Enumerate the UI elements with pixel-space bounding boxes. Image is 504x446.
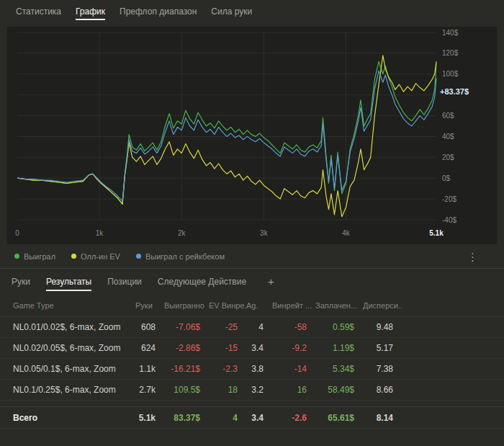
value-cell: -58 <box>272 322 315 332</box>
legend-label-won: Выиграл <box>24 252 55 261</box>
column-header-0: Game Type <box>13 301 135 310</box>
allin-ev-dot-icon <box>71 254 76 259</box>
value-cell: 16 <box>272 385 315 395</box>
legend-label-won-rakeback: Выиграл с рейкбеком <box>145 252 225 261</box>
bottom-tabs: РукиРезультатыПозицииСледующее Действие+ <box>0 268 504 294</box>
value-cell: -14 <box>272 364 315 374</box>
app-root: СтатистикаГрафикПрефлоп диапазонСила рук… <box>0 0 504 446</box>
game-type-cell: Всего <box>13 413 135 423</box>
value-cell: 83.37$ <box>164 413 209 423</box>
table-row[interactable]: NL0.01/0.02$, 6-max, Zoom608-7.06$-254-5… <box>0 317 504 338</box>
column-header-6: Заплачен... <box>315 301 363 310</box>
chart-panel: 140$120$100$60$40$20$0$-20$-40$01k2k3k4k… <box>7 27 497 244</box>
value-cell: 7.38 <box>363 364 402 374</box>
table-row[interactable]: NL0.02/0.05$, 6-max, Zoom624-2.86$-153.4… <box>0 338 504 359</box>
add-tab-button[interactable]: + <box>268 275 274 287</box>
x-axis-label: 2k <box>178 229 186 237</box>
x-axis-label: 0 <box>15 229 19 237</box>
value-cell: 3.4 <box>246 343 272 353</box>
profit-chart-svg[interactable]: 140$120$100$60$40$20$0$-20$-40$01k2k3k4k… <box>7 27 497 244</box>
chart-legend: ВыигралОлл-ин EVВыиграл с рейкбеком⋮ <box>0 244 504 268</box>
value-cell: 608 <box>135 322 164 332</box>
table-row[interactable]: NL0.1/0.25$, 6-max, Zoom2.7k109.5$183.21… <box>0 380 504 401</box>
y-axis-label: 120$ <box>442 49 459 57</box>
value-cell: 0.59$ <box>315 322 363 332</box>
column-header-3: EV Винре... <box>209 301 246 310</box>
y-axis-label: 0$ <box>442 174 451 182</box>
y-axis-label: 100$ <box>442 70 459 78</box>
value-cell: -2.86$ <box>164 343 209 353</box>
column-header-7: Дисперси... <box>363 301 402 310</box>
results-table-body: NL0.01/0.02$, 6-max, Zoom608-7.06$-254-5… <box>0 317 504 429</box>
current-value-badge: +83.37$ <box>440 87 469 96</box>
value-cell: 4 <box>246 322 272 332</box>
value-cell: 3.4 <box>246 413 272 423</box>
results-table-header: Game TypeРукиВыигранноEV Винре...Ag.Винр… <box>0 294 504 317</box>
value-cell: -9.2 <box>272 343 315 353</box>
top-nav-item-preflop-range[interactable]: Префлоп диапазон <box>120 0 197 23</box>
table-row[interactable]: NL0.05/0.1$, 6-max, Zoom1.1k-16.21$-2.33… <box>0 359 504 380</box>
y-axis-label: 140$ <box>442 29 459 37</box>
top-nav-item-statistics[interactable]: Статистика <box>16 0 61 23</box>
game-type-cell: NL0.01/0.02$, 6-max, Zoom <box>13 322 135 332</box>
y-axis-label: 20$ <box>442 153 454 161</box>
value-cell: -2.3 <box>209 364 246 374</box>
tab-next-action[interactable]: Следующее Действие <box>158 269 246 295</box>
legend-item-won-rakeback[interactable]: Выиграл с рейкбеком <box>136 252 225 261</box>
x-axis-label: 4k <box>342 229 351 237</box>
value-cell: 5.34$ <box>315 364 363 374</box>
more-options-icon[interactable]: ⋮ <box>467 251 478 262</box>
legend-item-won[interactable]: Выиграл <box>14 252 55 261</box>
value-cell: 65.61$ <box>315 413 363 423</box>
value-cell: 3.2 <box>246 385 272 395</box>
total-row[interactable]: Всего5.1k83.37$43.4-2.665.61$8.14 <box>0 406 504 429</box>
top-nav-item-hand-strength[interactable]: Сила руки <box>211 0 252 23</box>
value-cell: 5.1k <box>135 413 164 423</box>
value-cell: -2.6 <box>272 413 315 423</box>
value-cell: 58.49$ <box>315 385 363 395</box>
game-type-cell: NL0.05/0.1$, 6-max, Zoom <box>13 364 135 374</box>
value-cell: 8.14 <box>363 413 402 423</box>
value-cell: 2.7k <box>135 385 164 395</box>
top-nav: СтатистикаГрафикПрефлоп диапазонСила рук… <box>0 0 504 23</box>
value-cell: 8.66 <box>363 385 402 395</box>
y-axis-label: -40$ <box>442 216 456 224</box>
series-line-won <box>17 61 436 204</box>
value-cell: 18 <box>209 385 246 395</box>
x-axis-label: 3k <box>260 229 269 237</box>
value-cell: 624 <box>135 343 164 353</box>
value-cell: 3.8 <box>246 364 272 374</box>
x-axis-label: 1k <box>96 229 104 237</box>
y-axis-label: -20$ <box>442 195 456 203</box>
y-axis-label: 40$ <box>442 133 454 141</box>
top-nav-item-graph[interactable]: График <box>76 0 105 23</box>
value-cell: 5.17 <box>363 343 402 353</box>
y-axis-label: 60$ <box>442 112 454 120</box>
column-header-2: Выигранно <box>164 301 209 310</box>
column-header-1: Руки <box>135 301 164 310</box>
value-cell: 109.5$ <box>164 385 209 395</box>
column-header-5: Винрейт ... <box>272 301 315 310</box>
value-cell: -7.06$ <box>164 322 209 332</box>
game-type-cell: NL0.1/0.25$, 6-max, Zoom <box>13 385 135 395</box>
value-cell: -25 <box>209 322 246 332</box>
tab-positions[interactable]: Позиции <box>107 269 142 295</box>
value-cell: -16.21$ <box>164 364 209 374</box>
won-rakeback-dot-icon <box>136 254 141 259</box>
tab-hands[interactable]: Руки <box>12 269 30 295</box>
game-type-cell: NL0.02/0.05$, 6-max, Zoom <box>13 343 135 353</box>
value-cell: 4 <box>209 413 246 423</box>
x-axis-label: 5.1k <box>429 229 444 237</box>
legend-item-allin-ev[interactable]: Олл-ин EV <box>71 252 120 261</box>
value-cell: 1.19$ <box>315 343 363 353</box>
legend-label-allin-ev: Олл-ин EV <box>81 252 120 261</box>
tab-results[interactable]: Результаты <box>46 269 91 295</box>
value-cell: -15 <box>209 343 246 353</box>
value-cell: 9.48 <box>363 322 402 332</box>
won-dot-icon <box>14 254 19 259</box>
column-header-4: Ag. <box>246 301 272 310</box>
results-table: Game TypeРукиВыигранноEV Винре...Ag.Винр… <box>0 294 504 429</box>
value-cell: 1.1k <box>135 364 164 374</box>
